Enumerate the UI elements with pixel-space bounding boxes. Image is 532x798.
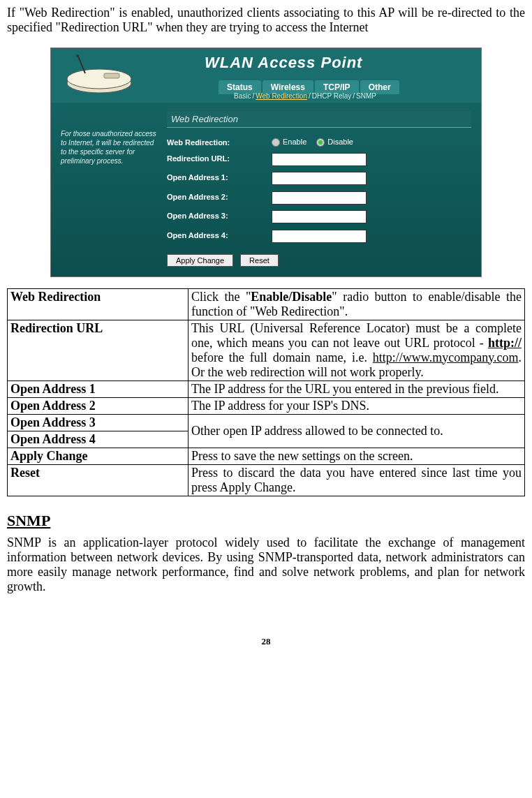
subnav-dhcp-relay[interactable]: DHCP Relay [312,92,352,100]
label-redirection-url: Redirection URL: [167,154,272,163]
label-open-address-3: Open Address 3: [167,212,272,220]
intro-paragraph: If "Web Redirection" is enabled, unautho… [7,6,525,35]
apply-change-button[interactable]: Apply Change [167,254,233,267]
label-open-address-4: Open Address 4: [167,231,272,239]
subnav-snmp[interactable]: SNMP [356,92,376,100]
svg-point-3 [76,54,79,57]
cell-apply-change-val: Press to save the new settings on the sc… [189,448,525,464]
router-icon [61,52,138,97]
input-redirection-url[interactable] [272,153,367,166]
label-open-address-2: Open Address 2: [167,193,272,201]
cell-open-address-3-key: Open Address 3 [8,414,189,431]
input-open-address-2[interactable] [272,191,367,205]
cell-open-address-1-val: The IP address for the URL you entered i… [189,380,525,397]
label-open-address-1: Open Address 1: [167,173,272,182]
input-open-address-1[interactable] [272,172,367,185]
cell-apply-change-key: Apply Change [8,448,189,464]
radio-enable[interactable]: Enable [272,138,306,147]
cell-redirection-url-key: Redirection URL [8,320,189,380]
cell-web-redirection-val: Click the "Enable/Disable" radio button … [189,288,525,320]
subnav-web-redirection[interactable]: Web Redirection [256,92,307,100]
cell-open-address-1-key: Open Address 1 [8,380,189,397]
ap-config-screenshot: WLAN Access Point Status Wireless TCP/IP… [50,47,482,277]
cell-reset-val: Press to discard the data you have enter… [189,464,525,496]
cell-open-address-2-key: Open Address 2 [8,397,189,414]
sidebar-help-text: For those unauthorized access to Interne… [61,111,158,267]
label-web-redirection: Web Redirection: [167,138,272,147]
panel-title: Web Redirection [167,111,471,128]
cell-open-address-2-val: The IP address for your ISP's DNS. [189,397,525,414]
field-description-table: Web Redirection Click the "Enable/Disabl… [7,288,525,496]
input-open-address-3[interactable] [272,210,367,223]
input-open-address-4[interactable] [272,230,367,243]
cell-open-address-34-val: Other open IP address allowed to be conn… [189,414,525,448]
snmp-paragraph: SNMP is an application-layer protocol wi… [7,535,525,594]
snmp-heading: SNMP [7,512,525,530]
subnav-basic[interactable]: Basic [234,92,251,100]
cell-reset-key: Reset [8,464,189,496]
radio-disable[interactable]: Disable [316,138,353,147]
reset-button[interactable]: Reset [240,254,279,267]
svg-rect-4 [104,73,119,78]
sub-nav: Basic/Web Redirection/DHCP Relay/SNMP [234,92,376,100]
cell-open-address-4-key: Open Address 4 [8,431,189,448]
ap-title: WLAN Access Point [205,54,362,72]
cell-redirection-url-val: This URL (Universal Reference Locator) m… [189,320,525,380]
svg-point-1 [67,69,131,89]
cell-web-redirection-key: Web Redirection [8,288,189,320]
page-number: 28 [7,636,525,647]
